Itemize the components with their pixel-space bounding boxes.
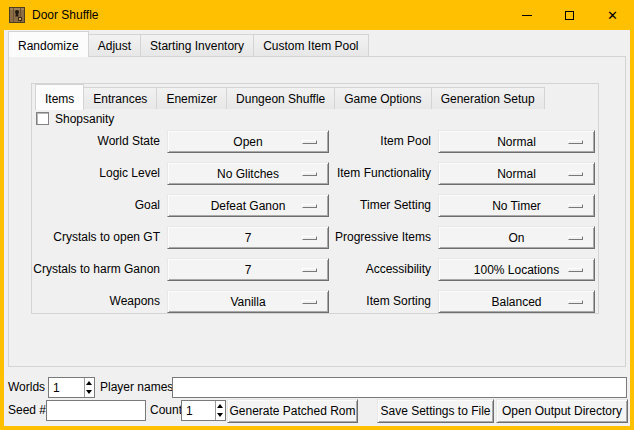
tab-items[interactable]: Items bbox=[35, 84, 84, 110]
dropdown-indicator-icon bbox=[302, 236, 317, 240]
dropdown-indicator-icon bbox=[568, 300, 583, 304]
tab-entrances[interactable]: Entrances bbox=[83, 87, 157, 109]
item-pool-dropdown[interactable]: Normal bbox=[438, 130, 595, 153]
progressive-items-dropdown[interactable]: On bbox=[438, 226, 595, 249]
goal-label: Goal bbox=[32, 194, 167, 217]
logic-level-dropdown[interactable]: No Glitches bbox=[167, 162, 329, 185]
randomize-page: Items Entrances Enemizer Dungeon Shuffle… bbox=[8, 56, 626, 367]
goal-dropdown[interactable]: Defeat Ganon bbox=[167, 194, 329, 217]
shopsanity-checkbox[interactable] bbox=[36, 112, 49, 125]
item-functionality-label: Item Functionality bbox=[329, 162, 438, 185]
options-grid: World State Open Item Pool Normal Logic … bbox=[32, 130, 595, 313]
main-tab-bar: Randomize Adjust Starting Inventory Cust… bbox=[8, 31, 368, 56]
logic-level-label: Logic Level bbox=[32, 162, 167, 185]
item-functionality-value: Normal bbox=[497, 167, 536, 181]
item-sorting-label: Item Sorting bbox=[329, 290, 438, 313]
up-arrow-icon bbox=[86, 381, 92, 385]
tab-randomize[interactable]: Randomize bbox=[8, 31, 89, 57]
dropdown-indicator-icon bbox=[302, 140, 317, 144]
window-controls: ✕ bbox=[505, 0, 634, 30]
dropdown-indicator-icon bbox=[568, 268, 583, 272]
world-state-value: Open bbox=[233, 135, 262, 149]
tab-starting-inventory[interactable]: Starting Inventory bbox=[140, 34, 254, 56]
worlds-input[interactable] bbox=[49, 378, 84, 397]
weapons-dropdown[interactable]: Vanilla bbox=[167, 290, 329, 313]
accessibility-value: 100% Locations bbox=[474, 263, 559, 277]
crystals-harm-ganon-label: Crystals to harm Ganon bbox=[32, 258, 167, 281]
dropdown-indicator-icon bbox=[302, 300, 317, 304]
world-state-label: World State bbox=[32, 130, 167, 153]
tab-enemizer[interactable]: Enemizer bbox=[156, 87, 227, 109]
seed-field bbox=[46, 400, 146, 421]
down-arrow-icon bbox=[86, 390, 92, 394]
worlds-spinner-arrows bbox=[84, 378, 95, 397]
weapons-label: Weapons bbox=[32, 290, 167, 313]
player-names-label: Player names bbox=[100, 377, 173, 398]
item-sorting-dropdown[interactable]: Balanced bbox=[438, 290, 595, 313]
item-sorting-value: Balanced bbox=[491, 295, 541, 309]
shopsanity-label: Shopsanity bbox=[55, 112, 114, 126]
generate-patched-rom-button[interactable]: Generate Patched Rom bbox=[227, 399, 358, 423]
up-arrow-icon bbox=[217, 404, 223, 408]
seed-label: Seed # bbox=[8, 400, 46, 421]
minimize-icon bbox=[522, 15, 532, 16]
seed-input[interactable] bbox=[47, 401, 145, 420]
player-names-input[interactable] bbox=[173, 378, 626, 397]
close-icon: ✕ bbox=[607, 9, 618, 22]
dropdown-indicator-icon bbox=[302, 268, 317, 272]
open-output-directory-button[interactable]: Open Output Directory bbox=[496, 399, 628, 423]
item-pool-label: Item Pool bbox=[329, 130, 438, 153]
crystals-open-gt-label: Crystals to open GT bbox=[32, 226, 167, 249]
window-title: Door Shuffle bbox=[32, 8, 99, 22]
tab-adjust[interactable]: Adjust bbox=[88, 34, 141, 56]
progressive-items-label: Progressive Items bbox=[329, 226, 438, 249]
tab-generation-setup[interactable]: Generation Setup bbox=[431, 87, 545, 109]
timer-setting-dropdown[interactable]: No Timer bbox=[438, 194, 595, 217]
accessibility-label: Accessibility bbox=[329, 258, 438, 281]
worlds-spinner bbox=[48, 377, 95, 398]
accessibility-dropdown[interactable]: 100% Locations bbox=[438, 258, 595, 281]
timer-setting-label: Timer Setting bbox=[329, 194, 438, 217]
minimize-button[interactable] bbox=[505, 0, 548, 30]
dropdown-indicator-icon bbox=[568, 204, 583, 208]
crystals-harm-ganon-dropdown[interactable]: 7 bbox=[167, 258, 329, 281]
dropdown-indicator-icon bbox=[568, 140, 583, 144]
count-spinner bbox=[181, 400, 226, 421]
close-button[interactable]: ✕ bbox=[591, 0, 634, 30]
count-spinner-arrows bbox=[215, 401, 225, 420]
dropdown-indicator-icon bbox=[302, 172, 317, 176]
goal-value: Defeat Ganon bbox=[211, 199, 286, 213]
count-spin-up-button[interactable] bbox=[216, 401, 225, 411]
item-pool-value: Normal bbox=[497, 135, 536, 149]
window-body: Randomize Adjust Starting Inventory Cust… bbox=[4, 30, 630, 426]
tab-game-options[interactable]: Game Options bbox=[334, 87, 431, 109]
weapons-value: Vanilla bbox=[230, 295, 265, 309]
tab-custom-item-pool[interactable]: Custom Item Pool bbox=[253, 34, 368, 56]
count-spin-down-button[interactable] bbox=[216, 411, 225, 421]
titlebar: Door Shuffle ✕ bbox=[0, 0, 634, 30]
crystals-harm-ganon-value: 7 bbox=[245, 263, 252, 277]
item-functionality-dropdown[interactable]: Normal bbox=[438, 162, 595, 185]
worlds-spin-up-button[interactable] bbox=[85, 378, 95, 388]
world-state-dropdown[interactable]: Open bbox=[167, 130, 329, 153]
timer-setting-value: No Timer bbox=[492, 199, 541, 213]
app-window: Door Shuffle ✕ Randomize Adjust Starting… bbox=[0, 0, 634, 430]
down-arrow-icon bbox=[217, 413, 223, 417]
shopsanity-row: Shopsanity bbox=[36, 111, 114, 126]
logic-level-value: No Glitches bbox=[217, 167, 279, 181]
worlds-label: Worlds bbox=[8, 377, 45, 398]
tab-dungeon-shuffle[interactable]: Dungeon Shuffle bbox=[226, 87, 335, 109]
crystals-open-gt-value: 7 bbox=[245, 231, 252, 245]
items-page: Retro mode (universal keys) Shopsanity W… bbox=[31, 83, 599, 314]
worlds-spin-down-button[interactable] bbox=[85, 388, 95, 398]
count-input[interactable] bbox=[182, 401, 215, 420]
crystals-open-gt-dropdown[interactable]: 7 bbox=[167, 226, 329, 249]
sub-tab-bar: Items Entrances Enemizer Dungeon Shuffle… bbox=[35, 84, 544, 109]
dropdown-indicator-icon bbox=[568, 172, 583, 176]
maximize-icon bbox=[565, 11, 574, 20]
maximize-button[interactable] bbox=[548, 0, 591, 30]
dropdown-indicator-icon bbox=[568, 236, 583, 240]
dropdown-indicator-icon bbox=[302, 204, 317, 208]
player-names-field bbox=[172, 377, 627, 398]
save-settings-button[interactable]: Save Settings to File bbox=[377, 399, 494, 423]
